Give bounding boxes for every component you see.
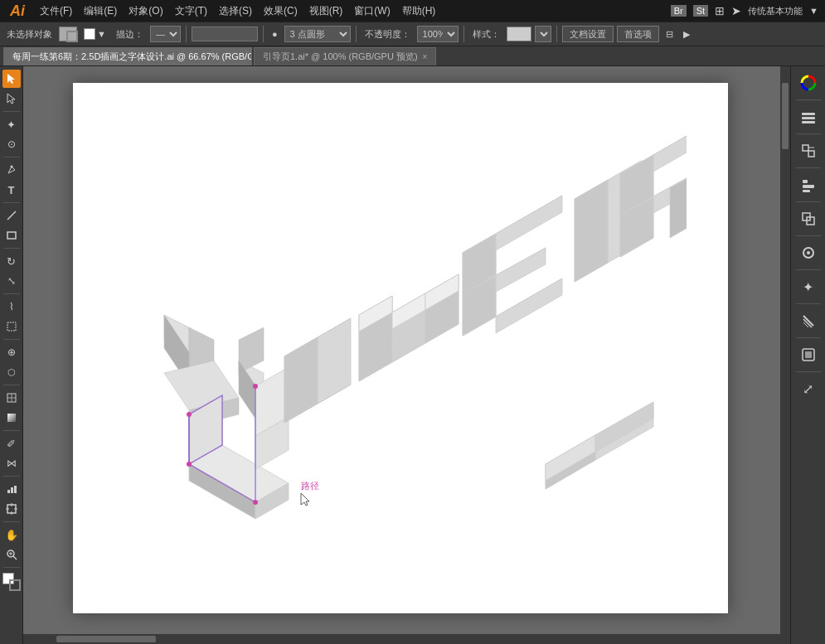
transform-panel-btn[interactable]: [795, 138, 822, 164]
zoom-tool-btn[interactable]: [2, 545, 21, 564]
menu-window[interactable]: 窗口(W): [349, 2, 395, 20]
tool-sep-2: [3, 157, 20, 157]
tool-sep-4: [3, 248, 20, 249]
stroke-label: 描边：: [113, 27, 147, 42]
tab-2-close[interactable]: ×: [423, 52, 428, 61]
menu-effect[interactable]: 效果(C): [259, 2, 303, 20]
tool-sep-9: [3, 476, 20, 477]
panel-sep-5: [796, 235, 821, 236]
stroke-select[interactable]: —: [150, 26, 181, 42]
brushes-panel-btn[interactable]: [795, 307, 822, 334]
line-tool-btn[interactable]: [2, 206, 21, 225]
svg-rect-89: [808, 151, 814, 157]
tab-2[interactable]: 引导页1.ai* @ 100% (RGB/GPU 预览) ×: [254, 47, 436, 65]
eyedropper-btn[interactable]: ✐: [2, 434, 21, 453]
pathfinder-panel-btn[interactable]: [795, 206, 822, 232]
warp-tool-btn[interactable]: ⌇: [2, 298, 21, 316]
color-panel-btn[interactable]: [795, 70, 822, 96]
main-content: ✦ ⊙ T ↻ ⤡ ⌇: [0, 66, 825, 644]
svg-point-42: [253, 500, 258, 505]
menu-view[interactable]: 视图(R): [304, 2, 348, 20]
type-tool-btn[interactable]: T: [2, 181, 21, 199]
appearance-panel-btn[interactable]: [795, 240, 822, 266]
stroke-style-preview[interactable]: [192, 27, 258, 41]
scale-tool-btn[interactable]: ⤡: [2, 272, 21, 290]
panel-sep-3: [796, 167, 821, 168]
toolbar-arrow[interactable]: ▶: [680, 27, 693, 41]
direct-selection-tool-btn[interactable]: [2, 90, 21, 108]
layers-panel-btn[interactable]: [795, 104, 822, 130]
stroke-arrow[interactable]: ▼: [97, 29, 106, 39]
menu-object[interactable]: 对象(O): [124, 2, 167, 20]
svg-point-97: [807, 251, 810, 254]
svg-marker-0: [7, 74, 15, 84]
style-select[interactable]: ▼: [535, 26, 551, 42]
no-selection-label: 未选择对象: [3, 27, 56, 42]
fill-color-preview[interactable]: [59, 27, 77, 41]
artboard-tool-btn[interactable]: [2, 500, 21, 518]
menu-type[interactable]: 文字(T): [170, 2, 212, 20]
workspace-label[interactable]: 传统基本功能: [748, 5, 803, 17]
graphic-styles-btn[interactable]: [795, 341, 822, 368]
svg-point-40: [187, 412, 192, 417]
menu-select[interactable]: 选择(S): [214, 2, 257, 20]
shape-builder-btn[interactable]: ⊕: [2, 343, 21, 361]
arrange-icon[interactable]: ⊟: [662, 27, 677, 41]
symbols-panel-btn[interactable]: ✦: [795, 274, 822, 300]
stroke-options[interactable]: ▼: [80, 27, 109, 41]
svg-point-41: [253, 384, 258, 389]
panel-sep-9: [796, 371, 821, 372]
fill-stroke-widget[interactable]: [2, 573, 21, 591]
h-scroll-thumb[interactable]: [56, 636, 156, 642]
pen-tool-btn[interactable]: [2, 161, 21, 179]
preferences-button[interactable]: 首选项: [617, 26, 659, 42]
lasso-btn[interactable]: ⊙: [2, 135, 21, 153]
svg-marker-68: [575, 180, 608, 282]
tool-sep-6: [3, 339, 20, 340]
opacity-select[interactable]: 100%: [417, 26, 459, 42]
svg-rect-92: [803, 185, 814, 188]
arrow-icon: ➤: [731, 4, 741, 17]
selection-tool-btn[interactable]: [2, 70, 21, 88]
svg-rect-4: [7, 232, 16, 239]
hand-tool-btn[interactable]: ✋: [2, 525, 21, 544]
bar-graph-btn[interactable]: [2, 480, 21, 498]
svg-marker-63: [496, 248, 546, 292]
workspace-arrow[interactable]: ▼: [809, 6, 818, 16]
canvas-area[interactable]: .face-top { fill: #e0e0e0; stroke: #bbb;…: [23, 66, 790, 644]
stroke-icon: [84, 28, 95, 40]
magic-wand-btn[interactable]: ✦: [2, 115, 21, 133]
gradient-tool-btn[interactable]: [2, 409, 21, 427]
v-scroll-thumb[interactable]: [782, 83, 789, 149]
tab-1[interactable]: 每周一练第6期：2.5D插画之字体设计.ai @ 66.67% (RGB/GPU…: [3, 47, 252, 65]
perspective-btn[interactable]: ⬡: [2, 363, 21, 381]
tab-bar: 每周一练第6期：2.5D插画之字体设计.ai @ 66.67% (RGB/GPU…: [0, 46, 825, 66]
point-type-select[interactable]: 3 点圆形: [284, 26, 351, 42]
menu-file[interactable]: 文件(F): [35, 2, 77, 20]
style-label: 样式：: [469, 27, 503, 42]
mesh-tool-btn[interactable]: [2, 389, 21, 407]
menu-edit[interactable]: 编辑(E): [79, 2, 122, 20]
panel-sep-7: [796, 303, 821, 304]
tab-2-label: 引导页1.ai* @ 100% (RGB/GPU 预览): [263, 51, 418, 63]
rotate-tool-btn[interactable]: ↻: [2, 252, 21, 270]
toolbar-divider-2: [263, 26, 264, 42]
vertical-scrollbar[interactable]: [780, 66, 790, 634]
app-logo: Ai: [7, 2, 28, 20]
expand-panel-btn[interactable]: ⤢: [795, 375, 822, 402]
tool-sep-8: [3, 430, 20, 431]
horizontal-scrollbar[interactable]: [23, 634, 780, 644]
svg-rect-9: [7, 414, 16, 422]
tab-1-label: 每周一练第6期：2.5D插画之字体设计.ai @ 66.67% (RGB/GPU…: [12, 51, 252, 63]
svg-rect-12: [14, 486, 17, 493]
align-panel-btn[interactable]: [795, 172, 822, 198]
cursor: [301, 493, 309, 506]
tool-sep-11: [3, 567, 20, 568]
doc-settings-button[interactable]: 文档设置: [562, 26, 614, 42]
style-preview[interactable]: [507, 27, 531, 41]
free-transform-btn[interactable]: [2, 317, 21, 336]
panel-sep-1: [796, 99, 821, 100]
blend-tool-btn[interactable]: ⋈: [2, 454, 21, 472]
menu-help[interactable]: 帮助(H): [397, 2, 441, 20]
rectangle-tool-btn[interactable]: [2, 226, 21, 245]
